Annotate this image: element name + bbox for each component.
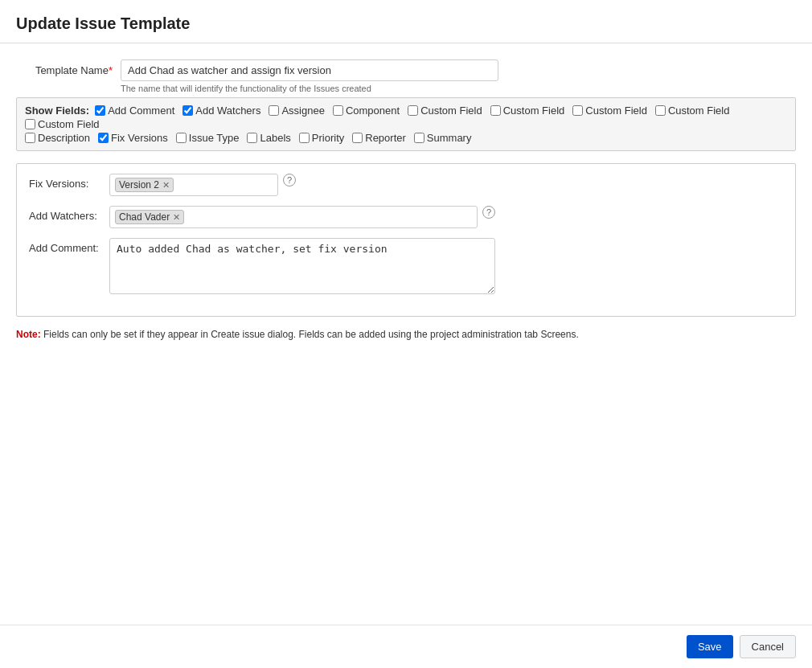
cb-custom-field5[interactable] — [25, 119, 35, 129]
add-watchers-tag-close[interactable]: ✕ — [173, 213, 180, 222]
cb-summary-item[interactable]: Summary — [414, 132, 472, 144]
template-name-input[interactable] — [121, 59, 498, 81]
show-fields-box: Show Fields: Add Comment Add Watchers As… — [16, 97, 796, 151]
cb-custom-field1-item[interactable]: Custom Field — [408, 105, 482, 117]
cb-description-item[interactable]: Description — [25, 132, 90, 144]
add-watchers-help-icon[interactable]: ? — [482, 206, 495, 219]
note-box: Note: Fields can only be set if they app… — [16, 329, 796, 340]
save-button[interactable]: Save — [687, 635, 733, 658]
cb-custom-field5-item[interactable]: Custom Field — [25, 118, 100, 130]
show-fields-row: Show Fields: Add Comment Add Watchers As… — [25, 105, 787, 130]
cb-add-watchers[interactable] — [182, 105, 193, 116]
cb-add-watchers-item[interactable]: Add Watchers — [182, 105, 260, 117]
add-watchers-tag-box[interactable]: Chad Vader ✕ — [109, 206, 478, 228]
add-watchers-label: Add Watchers: — [29, 206, 109, 222]
cb-priority[interactable] — [299, 133, 310, 143]
add-comment-row: Add Comment: — [29, 238, 783, 297]
cb-issue-type-item[interactable]: Issue Type — [176, 132, 240, 144]
template-name-hint: The name that will identify the function… — [121, 84, 498, 93]
cb-custom-field3-item[interactable]: Custom Field — [572, 105, 647, 117]
show-fields-row2: Description Fix Versions Issue Type Labe… — [25, 132, 787, 144]
cb-labels-item[interactable]: Labels — [247, 132, 290, 144]
add-watchers-tag: Chad Vader ✕ — [115, 210, 184, 224]
add-comment-textarea[interactable] — [109, 238, 495, 294]
cb-custom-field4[interactable] — [655, 105, 666, 116]
fix-versions-help-icon[interactable]: ? — [283, 174, 296, 186]
note-text: Fields can only be set if they appear in… — [43, 329, 579, 340]
footer-buttons: Save Cancel — [0, 625, 812, 668]
cb-reporter-item[interactable]: Reporter — [352, 132, 406, 144]
cb-description[interactable] — [25, 133, 35, 143]
fix-versions-tag: Version 2 ✕ — [115, 178, 174, 192]
cb-custom-field3[interactable] — [572, 105, 583, 116]
template-name-label: Template Name* — [16, 59, 121, 76]
add-comment-input-area — [109, 238, 495, 297]
cb-custom-field4-item[interactable]: Custom Field — [655, 105, 730, 117]
cancel-button[interactable]: Cancel — [740, 635, 796, 658]
add-comment-label: Add Comment: — [29, 238, 109, 254]
template-name-row: Template Name* The name that will identi… — [16, 59, 796, 93]
add-watchers-row: Add Watchers: Chad Vader ✕ ? — [29, 206, 783, 228]
cb-add-comment-item[interactable]: Add Comment — [95, 105, 174, 117]
page-title: Update Issue Template — [16, 14, 796, 33]
cb-priority-item[interactable]: Priority — [299, 132, 344, 144]
cb-summary[interactable] — [414, 133, 424, 143]
fix-versions-tag-box[interactable]: Version 2 ✕ — [109, 174, 278, 196]
cb-assignee-item[interactable]: Assignee — [269, 105, 324, 117]
cb-component[interactable] — [333, 105, 343, 116]
add-watchers-row-wrapper: Chad Vader ✕ ? — [109, 206, 495, 228]
cb-reporter[interactable] — [352, 133, 363, 143]
fix-versions-row-wrapper: Version 2 ✕ ? — [109, 174, 495, 196]
cb-component-item[interactable]: Component — [333, 105, 400, 117]
cb-add-comment[interactable] — [95, 105, 105, 116]
cb-fix-versions[interactable] — [98, 133, 109, 143]
cb-issue-type[interactable] — [176, 133, 187, 143]
cb-custom-field2[interactable] — [490, 105, 501, 116]
page-content: Template Name* The name that will identi… — [0, 43, 812, 356]
cb-fix-versions-item[interactable]: Fix Versions — [98, 132, 168, 144]
fix-versions-tag-close[interactable]: ✕ — [162, 181, 170, 190]
cb-assignee[interactable] — [269, 105, 279, 116]
cb-custom-field1[interactable] — [408, 105, 418, 116]
note-label: Note: — [16, 329, 41, 340]
fix-versions-input-area: Version 2 ✕ ? — [109, 174, 495, 196]
template-name-control: The name that will identify the function… — [121, 59, 498, 93]
show-fields-label: Show Fields: — [25, 105, 89, 117]
add-watchers-input-area: Chad Vader ✕ ? — [109, 206, 495, 228]
fields-section: Fix Versions: Version 2 ✕ ? Add Watchers… — [16, 163, 796, 317]
page-header: Update Issue Template — [0, 0, 812, 43]
fix-versions-row: Fix Versions: Version 2 ✕ ? — [29, 174, 783, 196]
cb-custom-field2-item[interactable]: Custom Field — [490, 105, 565, 117]
cb-labels[interactable] — [247, 133, 257, 143]
fix-versions-label: Fix Versions: — [29, 174, 109, 190]
